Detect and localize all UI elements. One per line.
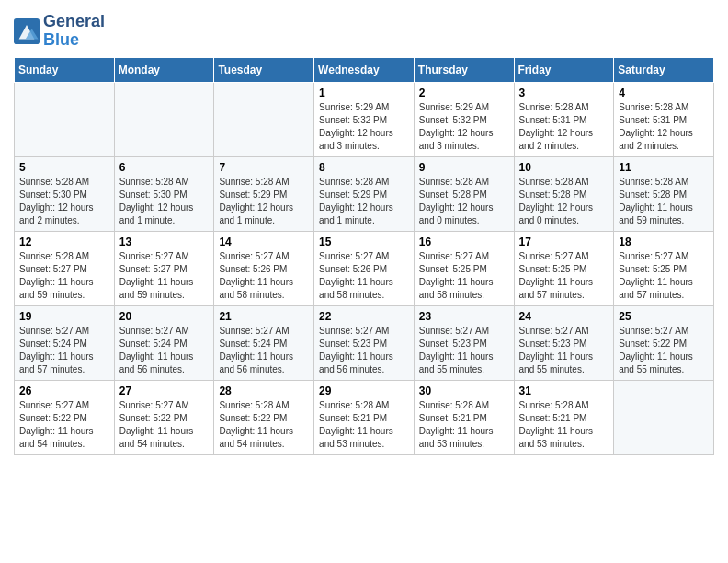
day-number: 1 <box>319 86 409 99</box>
cell-info: Sunrise: 5:27 AMSunset: 5:22 PMDaylight:… <box>619 325 709 376</box>
calendar-cell: 23Sunrise: 5:27 AMSunset: 5:23 PMDayligh… <box>414 305 514 380</box>
calendar-week-row: 5Sunrise: 5:28 AMSunset: 5:30 PMDaylight… <box>15 156 714 231</box>
cell-info: Sunrise: 5:28 AMSunset: 5:30 PMDaylight:… <box>19 176 109 227</box>
calendar-header: SundayMondayTuesdayWednesdayThursdayFrid… <box>15 57 714 82</box>
weekday-header: Sunday <box>15 57 115 82</box>
weekday-header: Thursday <box>414 57 514 82</box>
calendar-cell: 27Sunrise: 5:27 AMSunset: 5:22 PMDayligh… <box>114 380 214 454</box>
calendar-cell: 29Sunrise: 5:28 AMSunset: 5:21 PMDayligh… <box>314 380 415 454</box>
cell-info: Sunrise: 5:27 AMSunset: 5:23 PMDaylight:… <box>319 325 409 376</box>
cell-info: Sunrise: 5:27 AMSunset: 5:25 PMDaylight:… <box>619 250 709 302</box>
cell-info: Sunrise: 5:28 AMSunset: 5:28 PMDaylight:… <box>419 176 509 227</box>
cell-info: Sunrise: 5:29 AMSunset: 5:32 PMDaylight:… <box>319 101 409 153</box>
calendar-cell <box>15 82 115 156</box>
calendar-cell: 25Sunrise: 5:27 AMSunset: 5:22 PMDayligh… <box>614 305 714 380</box>
calendar-cell: 5Sunrise: 5:28 AMSunset: 5:30 PMDaylight… <box>15 156 115 231</box>
cell-info: Sunrise: 5:27 AMSunset: 5:27 PMDaylight:… <box>119 250 210 302</box>
calendar-cell <box>614 380 714 454</box>
weekday-header: Saturday <box>614 57 714 82</box>
calendar-cell: 28Sunrise: 5:28 AMSunset: 5:22 PMDayligh… <box>214 380 314 454</box>
calendar-cell: 24Sunrise: 5:27 AMSunset: 5:23 PMDayligh… <box>514 305 614 380</box>
weekday-header: Tuesday <box>214 57 314 82</box>
page-header: General Blue <box>14 9 714 50</box>
calendar-cell: 7Sunrise: 5:28 AMSunset: 5:29 PMDaylight… <box>214 156 314 231</box>
day-number: 8 <box>319 161 409 174</box>
calendar-cell: 3Sunrise: 5:28 AMSunset: 5:31 PMDaylight… <box>514 82 614 156</box>
day-number: 20 <box>119 310 210 323</box>
cell-info: Sunrise: 5:27 AMSunset: 5:26 PMDaylight:… <box>319 250 409 302</box>
calendar-cell: 21Sunrise: 5:27 AMSunset: 5:24 PMDayligh… <box>214 305 314 380</box>
cell-info: Sunrise: 5:28 AMSunset: 5:29 PMDaylight:… <box>219 176 309 227</box>
calendar-cell: 19Sunrise: 5:27 AMSunset: 5:24 PMDayligh… <box>15 305 115 380</box>
cell-info: Sunrise: 5:27 AMSunset: 5:26 PMDaylight:… <box>219 250 309 302</box>
logo: General Blue <box>14 13 105 50</box>
calendar-week-row: 12Sunrise: 5:28 AMSunset: 5:27 PMDayligh… <box>15 231 714 305</box>
calendar-cell: 18Sunrise: 5:27 AMSunset: 5:25 PMDayligh… <box>614 231 714 305</box>
cell-info: Sunrise: 5:28 AMSunset: 5:21 PMDaylight:… <box>419 399 509 451</box>
calendar-cell: 30Sunrise: 5:28 AMSunset: 5:21 PMDayligh… <box>414 380 514 454</box>
day-number: 24 <box>519 310 609 323</box>
calendar-week-row: 19Sunrise: 5:27 AMSunset: 5:24 PMDayligh… <box>15 305 714 380</box>
day-number: 21 <box>219 310 309 323</box>
calendar-cell: 17Sunrise: 5:27 AMSunset: 5:25 PMDayligh… <box>514 231 614 305</box>
day-number: 18 <box>619 236 709 248</box>
cell-info: Sunrise: 5:27 AMSunset: 5:23 PMDaylight:… <box>519 325 609 376</box>
day-number: 29 <box>319 385 409 397</box>
day-number: 26 <box>19 385 109 397</box>
calendar-cell <box>214 82 314 156</box>
cell-info: Sunrise: 5:28 AMSunset: 5:27 PMDaylight:… <box>19 250 109 302</box>
calendar-cell: 8Sunrise: 5:28 AMSunset: 5:29 PMDaylight… <box>314 156 415 231</box>
weekday-header: Monday <box>114 57 214 82</box>
weekday-header: Friday <box>514 57 614 82</box>
cell-info: Sunrise: 5:27 AMSunset: 5:25 PMDaylight:… <box>419 250 509 302</box>
cell-info: Sunrise: 5:28 AMSunset: 5:21 PMDaylight:… <box>519 399 609 451</box>
cell-info: Sunrise: 5:28 AMSunset: 5:30 PMDaylight:… <box>119 176 210 227</box>
day-number: 19 <box>19 310 109 323</box>
cell-info: Sunrise: 5:27 AMSunset: 5:22 PMDaylight:… <box>119 399 210 451</box>
day-number: 2 <box>419 86 509 99</box>
calendar-cell: 26Sunrise: 5:27 AMSunset: 5:22 PMDayligh… <box>15 380 115 454</box>
calendar-cell: 2Sunrise: 5:29 AMSunset: 5:32 PMDaylight… <box>414 82 514 156</box>
calendar-cell: 12Sunrise: 5:28 AMSunset: 5:27 PMDayligh… <box>15 231 115 305</box>
day-number: 14 <box>219 236 309 248</box>
cell-info: Sunrise: 5:27 AMSunset: 5:25 PMDaylight:… <box>519 250 609 302</box>
day-number: 10 <box>519 161 609 174</box>
cell-info: Sunrise: 5:27 AMSunset: 5:24 PMDaylight:… <box>119 325 210 376</box>
cell-info: Sunrise: 5:29 AMSunset: 5:32 PMDaylight:… <box>419 101 509 153</box>
cell-info: Sunrise: 5:28 AMSunset: 5:28 PMDaylight:… <box>519 176 609 227</box>
calendar-cell: 20Sunrise: 5:27 AMSunset: 5:24 PMDayligh… <box>114 305 214 380</box>
day-number: 15 <box>319 236 409 248</box>
logo-text: General Blue <box>43 13 105 50</box>
day-number: 6 <box>119 161 210 174</box>
day-number: 4 <box>619 86 709 99</box>
cell-info: Sunrise: 5:28 AMSunset: 5:29 PMDaylight:… <box>319 176 409 227</box>
calendar-cell: 16Sunrise: 5:27 AMSunset: 5:25 PMDayligh… <box>414 231 514 305</box>
day-number: 23 <box>419 310 509 323</box>
day-number: 16 <box>419 236 509 248</box>
calendar-cell: 31Sunrise: 5:28 AMSunset: 5:21 PMDayligh… <box>514 380 614 454</box>
day-number: 25 <box>619 310 709 323</box>
day-number: 13 <box>119 236 210 248</box>
day-number: 22 <box>319 310 409 323</box>
calendar-cell: 15Sunrise: 5:27 AMSunset: 5:26 PMDayligh… <box>314 231 415 305</box>
calendar-week-row: 1Sunrise: 5:29 AMSunset: 5:32 PMDaylight… <box>15 82 714 156</box>
calendar-cell: 1Sunrise: 5:29 AMSunset: 5:32 PMDaylight… <box>314 82 415 156</box>
calendar-table: SundayMondayTuesdayWednesdayThursdayFrid… <box>14 57 714 455</box>
day-number: 30 <box>419 385 509 397</box>
calendar-cell: 10Sunrise: 5:28 AMSunset: 5:28 PMDayligh… <box>514 156 614 231</box>
calendar-cell: 13Sunrise: 5:27 AMSunset: 5:27 PMDayligh… <box>114 231 214 305</box>
calendar-cell: 4Sunrise: 5:28 AMSunset: 5:31 PMDaylight… <box>614 82 714 156</box>
day-number: 11 <box>619 161 709 174</box>
day-number: 28 <box>219 385 309 397</box>
day-number: 9 <box>419 161 509 174</box>
calendar-cell: 14Sunrise: 5:27 AMSunset: 5:26 PMDayligh… <box>214 231 314 305</box>
cell-info: Sunrise: 5:28 AMSunset: 5:28 PMDaylight:… <box>619 176 709 227</box>
calendar-cell: 9Sunrise: 5:28 AMSunset: 5:28 PMDaylight… <box>414 156 514 231</box>
cell-info: Sunrise: 5:28 AMSunset: 5:22 PMDaylight:… <box>219 399 309 451</box>
cell-info: Sunrise: 5:28 AMSunset: 5:21 PMDaylight:… <box>319 399 409 451</box>
cell-info: Sunrise: 5:27 AMSunset: 5:24 PMDaylight:… <box>219 325 309 376</box>
day-number: 5 <box>19 161 109 174</box>
day-number: 3 <box>519 86 609 99</box>
day-number: 27 <box>119 385 210 397</box>
cell-info: Sunrise: 5:28 AMSunset: 5:31 PMDaylight:… <box>519 101 609 153</box>
